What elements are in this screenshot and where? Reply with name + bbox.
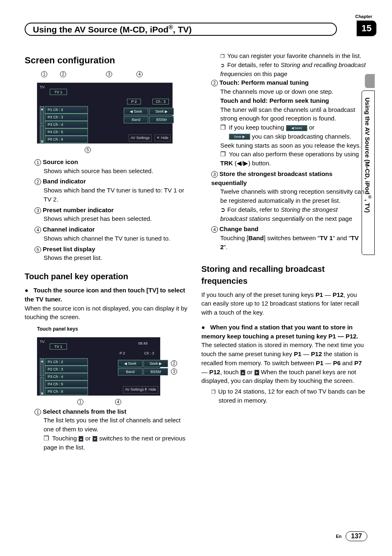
sc-seek-right: Seek ▶	[149, 108, 174, 115]
touch-def1: 1Select channels from the list The list …	[35, 407, 189, 452]
r-desc-2a: The channels move up or down one step.	[220, 87, 366, 96]
def-5: 5Preset list displayShows the preset lis…	[35, 245, 189, 263]
screenshot-1: TV TV 1 P 2 Ch : 3 P1 Ch : 2 P2 Ch : 3 P…	[37, 83, 173, 144]
chapter-number-badge: 15	[357, 21, 376, 36]
sc2-hide: ✕ Hide	[142, 386, 158, 393]
store-up-icon: ▲	[240, 370, 245, 375]
sc2-preset-p4: P4 Ch : 5	[45, 380, 88, 388]
term-5: Preset list display	[43, 246, 95, 253]
page-title-text: Using the AV Source (M-CD, iPod®, TV)	[33, 24, 192, 35]
num-5: 5	[35, 246, 41, 253]
sc2-tv: TV	[40, 339, 45, 345]
num-4: 4	[35, 227, 41, 233]
r-num-4: 4	[211, 226, 218, 233]
touch-note-1: ❐ Touching ▲ or ▼ switches to the next o…	[44, 434, 189, 452]
sc2-preset-p1: P1 Ch : 2	[45, 358, 88, 366]
sc-tv: TV	[40, 85, 45, 90]
heading-store: Storing and recalling broadcast frequenc…	[201, 263, 366, 287]
r-desc-4: Touching [Band] switches between "TV 1" …	[220, 234, 366, 252]
store-action-b: When you find a station that you want to…	[201, 324, 358, 340]
touch-num-1: 1	[35, 409, 41, 415]
r-desc-3: Twelve channels with strong reception se…	[220, 187, 366, 205]
seek-left-icon: ◀ Seek	[286, 125, 307, 131]
r-term-2b: Touch and hold: Perform seek tuning	[220, 97, 329, 104]
r-term-2: Touch: Perform manual tuning	[219, 79, 309, 86]
callout2-1: 1	[77, 399, 83, 405]
r-num-3: 3	[211, 171, 218, 178]
desc-1: Shows which source has been selected.	[44, 167, 189, 176]
page-down-icon: ▼	[92, 436, 97, 442]
callout2-4: 4	[115, 399, 121, 405]
term-3: Preset number indicator	[43, 206, 114, 213]
callout2-3: 3	[171, 368, 177, 375]
store-note: Up to 24 stations, 12 for each of two TV…	[211, 387, 366, 405]
touch-term-1: Select channels from the list	[43, 408, 126, 415]
sc2-time: 08:49	[138, 341, 148, 346]
desc-3: Shows which preset has been selected.	[44, 214, 189, 223]
r-term-3: Store the strongest broadcast stations s…	[211, 170, 332, 186]
sc2-preset-p5: P5 Ch : 8	[45, 388, 88, 395]
sc2-scroll-down-icon: ▼	[40, 377, 44, 395]
sc2-band: TV 1	[50, 343, 67, 350]
desc-4: Shows which channel the TV tuner is tune…	[44, 234, 189, 243]
r-def4: 4Change band Touching [Band] switches be…	[211, 225, 366, 251]
seek-right-icon: Seek ▶	[229, 134, 250, 140]
sc-hide: ✕ Hide	[154, 134, 171, 141]
sc2-ch3: Ch : 3	[144, 351, 154, 356]
def-1: 1Source iconShows which source has been …	[35, 158, 189, 176]
touch-intro: ● Touch the source icon and then touch […	[25, 286, 189, 304]
callout-1: 1	[41, 71, 47, 77]
store-p2: The selected station is stored in memory…	[201, 341, 366, 385]
num-3: 3	[35, 207, 41, 214]
sc-ch3: Ch : 3	[152, 99, 169, 104]
r-note-2a: ❐ If you keep touching ◀ Seek or Seek ▶ …	[220, 123, 366, 150]
r-ref1: For details, refer to Storing and recall…	[220, 60, 366, 79]
callout-3: 3	[106, 71, 112, 77]
footer-page: 137	[346, 531, 367, 541]
preset-p3: P3 Ch : 4	[45, 121, 88, 128]
scroll-down-icon: ▼	[40, 125, 44, 143]
preset-p2: P2 Ch : 3	[45, 114, 88, 121]
term-1: Source icon	[43, 158, 78, 165]
sc-band: TV 1	[50, 89, 67, 95]
side-tab-notch	[365, 74, 375, 88]
sc2-seek-right: Seek ▶	[143, 360, 168, 367]
sc-avset: AV Settings	[129, 134, 152, 141]
touch-keys-label: Touch panel keys	[37, 326, 189, 333]
touch-intro-p: When the source icon is not displayed, y…	[25, 304, 189, 322]
touch-note-1a: Touching	[52, 435, 78, 442]
r-desc-2b: The tuner will scan the channels until a…	[220, 105, 366, 123]
num-1: 1	[35, 159, 41, 166]
sc-seek-left: ◀ Seek	[124, 108, 148, 115]
page-up-icon: ▲	[78, 436, 83, 442]
callout2-2: 2	[171, 360, 177, 366]
sc2-bssm: BSSM	[143, 368, 168, 375]
sc2-scroll-up-icon: ▲	[40, 358, 44, 376]
r-term-4: Change band	[219, 225, 258, 232]
desc-2: Shows which band the TV tuner is tuned t…	[44, 186, 189, 204]
term-2: Band indicator	[43, 178, 86, 185]
screenshot-2: TV TV 1 08:49 P 2 Ch : 3 P1 Ch : 2 P2 Ch…	[37, 337, 160, 396]
num-2: 2	[35, 178, 41, 185]
chapter-label: Chapter	[355, 14, 372, 19]
callout-4: 4	[136, 71, 143, 77]
right-column: You can register your favorite channels …	[201, 51, 366, 453]
sc2-preset-p2: P2 Ch : 3	[45, 366, 88, 373]
r-def2: 2Touch: Perform manual tuning The channe…	[211, 78, 366, 168]
preset-p1: P1 Ch : 2	[45, 106, 88, 114]
footer-lang: En	[336, 534, 341, 539]
scroll-up-icon: ▲	[40, 106, 44, 124]
r-num-2: 2	[211, 80, 218, 86]
touch-note-1b: or	[83, 435, 92, 442]
def-2: 2Band indicatorShows which band the TV t…	[35, 177, 189, 204]
store-down-icon: ▼	[254, 370, 259, 375]
r-def3: 3Store the strongest broadcast stations …	[211, 169, 366, 223]
def-4: 4Channel indicatorShows which channel th…	[35, 225, 189, 243]
sc-bssm: BSSM	[149, 116, 174, 123]
term-4: Channel indicator	[43, 226, 95, 233]
heading-touch-panel: Touch panel key operation	[25, 271, 189, 283]
sc-band-btn: Band	[124, 116, 148, 123]
sc-p2: P 2	[127, 99, 141, 104]
r-note1: You can register your favorite channels …	[220, 51, 366, 60]
touch-intro-bold: Touch the source icon and then touch [TV…	[25, 287, 185, 303]
